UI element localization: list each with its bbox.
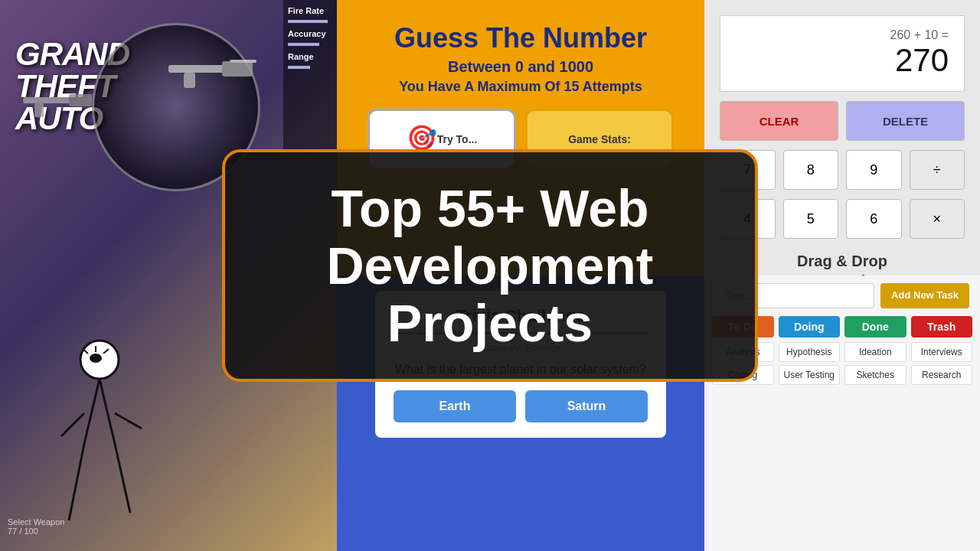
calc-clear-button[interactable]: CLEAR xyxy=(720,101,838,141)
calc-btn-5[interactable]: 5 xyxy=(783,199,839,239)
calc-btn-9[interactable]: 9 xyxy=(846,150,902,190)
guess-max-attempts: You Have A Maximum Of 15 Attempts xyxy=(399,79,642,95)
kanban-item[interactable]: Research xyxy=(911,365,973,385)
svg-rect-5 xyxy=(69,94,92,106)
kanban-item[interactable]: Sketches xyxy=(844,365,906,385)
kanban-col-doing: Doing Hypothesis User Testing xyxy=(779,316,841,385)
kanban-item[interactable]: User Testing xyxy=(779,365,841,385)
svg-rect-2 xyxy=(184,73,195,88)
gta-hud: Select Weapon 77 / 100 xyxy=(8,517,64,536)
kanban-col-done: Done Ideation Sketches xyxy=(844,316,906,385)
kanban-header-trash: Trash xyxy=(911,316,973,337)
svg-point-8 xyxy=(90,354,102,363)
overlay-title-text: Top 55+ Web Development Projects xyxy=(256,180,724,351)
trivia-answer-saturn[interactable]: Saturn xyxy=(525,390,648,422)
calc-result: 270 xyxy=(736,42,949,79)
guess-subtitle: Between 0 and 1000 xyxy=(448,58,593,76)
kanban-item[interactable]: Interviews xyxy=(911,342,973,362)
calc-btn-div[interactable]: ÷ xyxy=(910,150,965,190)
svg-rect-0 xyxy=(168,65,230,73)
overlay-title-card: Top 55+ Web Development Projects xyxy=(222,149,758,382)
calc-row-top: CLEAR DELETE xyxy=(720,101,965,141)
svg-rect-6 xyxy=(34,103,44,117)
guess-title: Guess The Number xyxy=(394,23,647,54)
kanban-header-done: Done xyxy=(844,316,906,337)
calc-btn-8[interactable]: 8 xyxy=(783,150,839,190)
calc-display: 260 + 10 = 270 xyxy=(720,15,965,92)
svg-rect-3 xyxy=(230,60,256,63)
calc-btn-6[interactable]: 6 xyxy=(846,199,902,239)
gun2-icon xyxy=(23,84,100,122)
kanban-item[interactable]: Hypothesis xyxy=(779,342,841,362)
calc-btn-mul[interactable]: × xyxy=(910,199,965,239)
trivia-answer-earth[interactable]: Earth xyxy=(394,390,516,422)
weapon-stats: Fire Rate Accuracy Range xyxy=(283,0,337,153)
kanban-item[interactable]: Ideation xyxy=(844,342,906,362)
trivia-answers: Earth Saturn xyxy=(394,390,648,422)
kanban-header-doing: Doing xyxy=(779,316,841,337)
calc-expression: 260 + 10 = xyxy=(736,28,949,42)
svg-rect-4 xyxy=(23,97,77,103)
svg-rect-1 xyxy=(222,61,253,77)
kanban-add-button[interactable]: Add New Task xyxy=(880,283,969,308)
calc-delete-button[interactable]: DELETE xyxy=(846,101,965,141)
gun-icon xyxy=(168,46,260,92)
kanban-col-trash: Trash Interviews Research xyxy=(911,316,973,385)
